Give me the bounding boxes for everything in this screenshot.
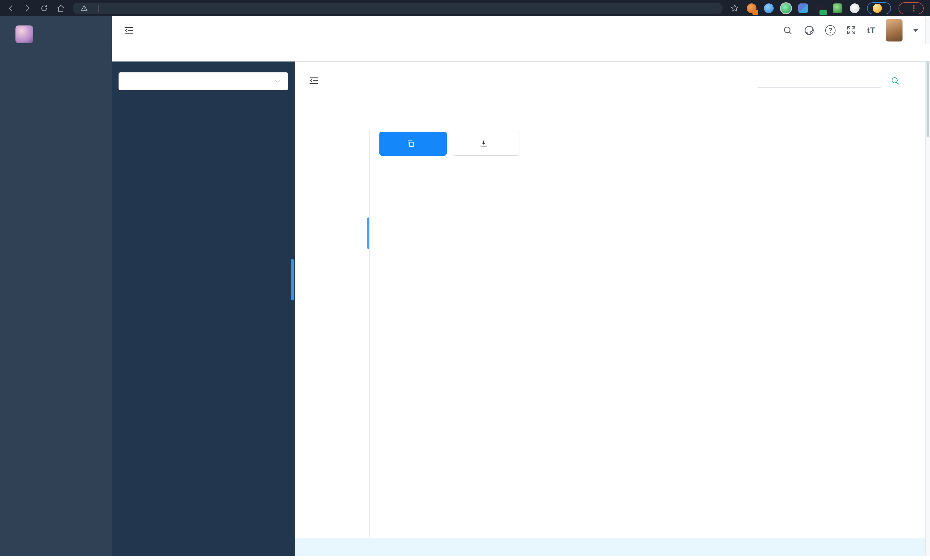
help-icon[interactable]: ? bbox=[825, 25, 836, 35]
app-header: ? tT bbox=[112, 16, 930, 44]
screen: | ⋮ bbox=[0, 0, 930, 560]
doc-content bbox=[295, 61, 925, 556]
download-button[interactable] bbox=[453, 132, 519, 156]
header-actions: ? tT bbox=[782, 19, 919, 41]
scrollbar-thumb[interactable] bbox=[291, 259, 294, 301]
warning-icon bbox=[80, 4, 88, 12]
font-size-icon[interactable]: tT bbox=[867, 26, 876, 35]
app-sidebar bbox=[0, 16, 112, 556]
update-button[interactable]: ⋮ bbox=[899, 2, 924, 14]
menu-fold-icon[interactable] bbox=[123, 25, 135, 36]
paused-button[interactable] bbox=[867, 2, 891, 14]
extension-icon-2[interactable] bbox=[764, 3, 774, 13]
copy-icon bbox=[406, 140, 415, 148]
browser-chrome: | ⋮ bbox=[0, 0, 930, 16]
bookmark-star-icon[interactable] bbox=[730, 4, 739, 13]
url-separator: | bbox=[97, 4, 99, 12]
user-avatar[interactable] bbox=[886, 19, 902, 41]
app-logo[interactable] bbox=[0, 16, 112, 46]
reload-icon[interactable] bbox=[40, 4, 49, 13]
chevron-down-icon bbox=[274, 78, 281, 85]
tags-bar bbox=[112, 44, 930, 61]
emoji-face-icon bbox=[873, 4, 882, 13]
download-icon bbox=[479, 140, 488, 148]
extension-icon-5[interactable] bbox=[816, 3, 825, 13]
extension-icon-6[interactable] bbox=[833, 3, 842, 13]
doc-header bbox=[295, 61, 925, 100]
fullscreen-icon[interactable] bbox=[846, 25, 857, 36]
group-select[interactable] bbox=[119, 72, 288, 90]
doc-tabs bbox=[295, 100, 925, 126]
search-icon[interactable] bbox=[890, 75, 900, 86]
back-icon[interactable] bbox=[6, 4, 15, 13]
logo-image bbox=[15, 26, 33, 43]
footer bbox=[295, 538, 925, 556]
extension-icon-4[interactable] bbox=[798, 3, 808, 13]
address-bar[interactable]: | bbox=[73, 3, 723, 14]
extension-icon-1[interactable] bbox=[747, 3, 756, 13]
collapse-icon[interactable] bbox=[308, 75, 320, 86]
browser-menu-icon[interactable]: ⋮ bbox=[909, 3, 918, 13]
window-scrollbar[interactable] bbox=[925, 16, 930, 560]
home-icon[interactable] bbox=[56, 4, 65, 13]
extension-chip bbox=[819, 10, 827, 15]
github-icon[interactable] bbox=[804, 25, 815, 36]
swagger-sidebar bbox=[112, 61, 295, 556]
doc-search-area bbox=[758, 74, 909, 88]
chevron-down-icon[interactable] bbox=[913, 29, 919, 32]
search-icon[interactable] bbox=[782, 25, 793, 36]
sidebar-scrollbar[interactable] bbox=[291, 61, 294, 556]
extension-icon-3[interactable] bbox=[781, 3, 791, 13]
window-scrollbar-thumb[interactable] bbox=[927, 61, 929, 137]
extension-icon-7[interactable] bbox=[850, 3, 859, 13]
code-editor[interactable] bbox=[372, 160, 920, 537]
active-tab-indicator bbox=[367, 218, 370, 249]
forward-icon[interactable] bbox=[23, 4, 32, 13]
copy-button[interactable] bbox=[379, 132, 447, 156]
page-bottom-strip bbox=[0, 556, 930, 560]
extension-badge bbox=[753, 10, 758, 15]
doc-search-input[interactable] bbox=[758, 74, 881, 88]
